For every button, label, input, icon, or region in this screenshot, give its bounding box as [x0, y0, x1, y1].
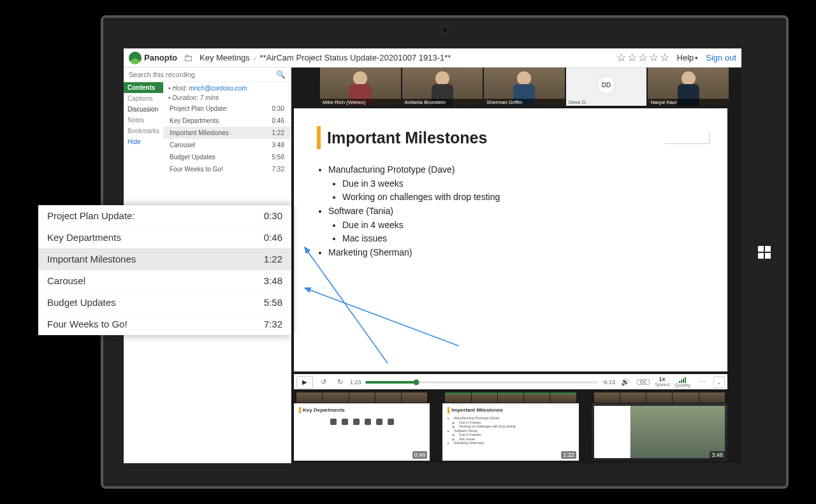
more-icon[interactable]: ⋯ [696, 376, 708, 389]
thumbnail-strip: Key Departments 0:46 Important Milestone… [291, 389, 741, 463]
host-email-link[interactable]: mrich@contoso.com [189, 85, 247, 92]
participant-name: Mike Rich (Webex) [320, 99, 401, 106]
windows-logo-icon [758, 246, 771, 259]
popup-time: 1:22 [264, 254, 282, 264]
popup-label: Project Plan Update: [47, 210, 135, 221]
popup-item[interactable]: Budget Updates5:58 [38, 292, 291, 313]
star-icon[interactable]: ☆ [616, 51, 626, 64]
tab-hide[interactable]: Hide [124, 136, 163, 147]
sign-out-link[interactable]: Sign out [706, 53, 736, 62]
collapse-chevron-icon[interactable]: ⌄ [713, 377, 725, 388]
rewind-10-icon[interactable]: ↺ [317, 376, 330, 389]
participant-tile[interactable]: Avitania Bronstein [402, 68, 483, 106]
tab-captions[interactable]: Captions [124, 93, 163, 104]
popup-time: 0:30 [264, 210, 282, 221]
current-time: 1:23 [350, 379, 361, 385]
popup-label: Key Departments [47, 232, 121, 243]
help-menu[interactable]: Help▾ [677, 53, 699, 62]
popup-label: Budget Updates [47, 297, 116, 308]
popup-item[interactable]: Key Departments0:46 [38, 227, 291, 248]
star-icon[interactable]: ☆ [638, 51, 648, 64]
toc-time: 0:30 [272, 105, 284, 112]
popup-label: Important Milestones [47, 254, 136, 264]
popup-time: 0:46 [264, 232, 282, 243]
toc-item[interactable]: Four Weeks to Go!7:32 [163, 163, 291, 175]
breadcrumb-folder[interactable]: Key Meetings [200, 53, 250, 62]
thumbnail[interactable]: 3:48 [592, 392, 727, 461]
toc-time: 0:46 [272, 117, 284, 124]
participant-tile[interactable]: DDDave D. [566, 68, 647, 106]
bullet: Working on challenges with drop testing [342, 191, 704, 205]
popup-item[interactable]: Project Plan Update:0:30 [38, 205, 291, 227]
brand-name: Panopto [144, 53, 177, 62]
slide-decoration [665, 133, 710, 144]
contents-popup: Project Plan Update:0:30 Key Departments… [38, 205, 291, 335]
participant-tile[interactable]: Navjot Kaur [648, 68, 729, 106]
play-button[interactable]: ▶ [296, 376, 313, 389]
thumbnail[interactable]: Key Departments 0:46 [294, 392, 430, 461]
toc-label: Project Plan Update: [170, 105, 228, 112]
toc-label: Four Weeks to Go! [170, 166, 223, 173]
popup-label: Carousel [47, 275, 85, 286]
folder-icon: 🗀 [184, 52, 193, 63]
toc-time: 5:58 [272, 154, 284, 161]
cc-button[interactable]: CC [637, 379, 650, 385]
star-icon[interactable]: ☆ [627, 51, 637, 64]
popup-label: Four Weeks to Go! [47, 319, 127, 329]
toc-label: Budget Updates [170, 154, 215, 161]
thumb-time: 1:22 [561, 451, 576, 459]
search-input[interactable] [129, 71, 276, 78]
meta-host: • Host: mrich@contoso.com [163, 83, 291, 93]
slide-title: Important Milestones [327, 129, 487, 147]
bullet: Software (Tania) [328, 205, 704, 219]
content-area: Mike Rich (Webex) Avitania Bronstein She… [291, 68, 741, 463]
thumbnail[interactable]: Important Milestones Manufacturing Proto… [442, 392, 578, 461]
toc-item[interactable]: Budget Updates5:58 [163, 151, 291, 163]
tab-bookmarks[interactable]: Bookmarks [124, 126, 163, 136]
tab-notes[interactable]: Notes [124, 115, 163, 126]
popup-item[interactable]: Carousel3:48 [38, 270, 291, 292]
search-icon[interactable]: 🔍 [276, 70, 286, 79]
toc-label: Carousel [170, 141, 195, 148]
star-icon[interactable]: ☆ [649, 51, 659, 64]
header-bar: Panopto 🗀 Key Meetings › **AirCam Projec… [124, 48, 741, 68]
thumb-time: 0:46 [412, 451, 428, 459]
tab-contents[interactable]: Contents [124, 82, 163, 93]
popup-item[interactable]: Important Milestones1:22 [38, 248, 291, 270]
toc-item[interactable]: Project Plan Update:0:30 [163, 103, 291, 115]
toc-time: 3:48 [272, 141, 284, 148]
participant-tile[interactable]: Sherman Griffin [484, 68, 565, 106]
rating-stars[interactable]: ☆ ☆ ☆ ☆ ☆ [616, 51, 669, 64]
bullet: Due in 4 weeks [342, 219, 704, 233]
breadcrumb: 🗀 Key Meetings › **AirCam Project Status… [184, 52, 616, 63]
quality-control[interactable]: Quality [674, 377, 690, 388]
tab-discussion[interactable]: Discussion [124, 104, 163, 115]
bullet: Due in 3 weeks [342, 177, 704, 191]
panopto-logo-icon [129, 52, 142, 64]
popup-time: 7:32 [264, 319, 282, 329]
breadcrumb-title[interactable]: **AirCam Project Status Update-20201007 … [259, 53, 451, 62]
search-row: 🔍 [124, 68, 291, 82]
toc-item[interactable]: Important Milestones1:22 [163, 127, 291, 139]
thumb-title: Key Departments [303, 407, 345, 413]
participant-tile[interactable]: Mike Rich (Webex) [320, 68, 401, 106]
tablet-camera [442, 27, 448, 33]
toc-label: Important Milestones [170, 129, 229, 136]
chevron-right-icon: › [254, 54, 256, 62]
toc-label: Key Departments [170, 117, 219, 124]
speed-control[interactable]: 1xSpeed [655, 377, 669, 387]
popup-item[interactable]: Four Weeks to Go!7:32 [38, 313, 291, 335]
bullet: Manufacturing Prototype (Dave) [328, 163, 704, 177]
participant-strip: Mike Rich (Webex) Avitania Bronstein She… [291, 68, 741, 106]
toc-time: 7:32 [272, 166, 284, 173]
participant-name: Avitania Bronstein [402, 99, 483, 106]
star-icon[interactable]: ☆ [660, 51, 669, 64]
progress-bar[interactable] [365, 381, 599, 384]
participant-name: Sherman Griffin [484, 99, 565, 106]
volume-icon[interactable]: 🔊 [619, 376, 632, 389]
popup-time: 3:48 [264, 275, 282, 286]
toc-item[interactable]: Key Departments0:46 [163, 115, 291, 127]
forward-10-icon[interactable]: ↻ [333, 376, 346, 389]
toc-item[interactable]: Carousel3:48 [163, 139, 291, 151]
chevron-down-icon: ▾ [695, 55, 698, 61]
